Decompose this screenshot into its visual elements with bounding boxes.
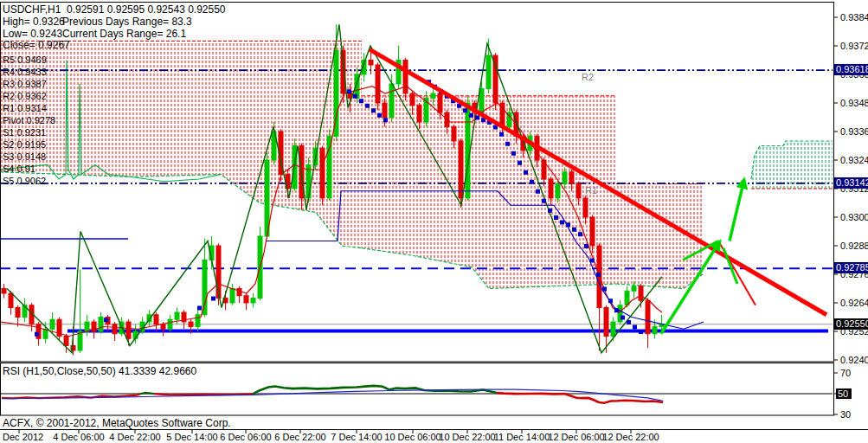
current-range-label: Current Days Range= 26.1 <box>62 29 186 40</box>
chart-title: USDCHF,H1 0.92591 0.92595 0.92543 0.9255… <box>3 4 226 16</box>
pivot-level-label: S5 0.9062 <box>3 176 46 186</box>
blue-dot-marker <box>197 306 202 311</box>
rsi-series-line <box>140 393 154 394</box>
blue-dot-marker <box>524 170 528 175</box>
blue-dot-marker <box>463 108 467 112</box>
pivot-line-label: R2 <box>582 72 594 82</box>
price-badge: 0.92785 <box>834 262 868 273</box>
rsi-tick-label: 30 <box>840 409 851 420</box>
blue-dot-marker <box>383 118 388 122</box>
pivot-line-label: R1 <box>585 185 597 196</box>
blue-dot-marker <box>590 259 595 263</box>
blue-dot-marker <box>633 325 637 330</box>
blue-dot-marker <box>377 113 382 118</box>
blue-dot-marker <box>530 180 534 184</box>
blue-dot-marker <box>35 332 39 337</box>
blue-dot-marker <box>578 232 582 236</box>
blue-dot-marker <box>505 142 510 146</box>
blue-dot-marker <box>371 108 376 112</box>
blue-dot-marker <box>542 199 546 203</box>
time-tick-label: 12 Dec 22:00 <box>596 432 665 442</box>
blue-dot-marker <box>536 189 540 194</box>
rsi-tick-label: 50 <box>836 388 852 399</box>
blue-dot-marker <box>639 330 643 334</box>
price-tick-label: 0.93360 <box>840 126 868 137</box>
blue-dot-marker <box>548 209 552 213</box>
price-tick-label: 0.93480 <box>840 98 868 108</box>
price-tick-label: 0.93000 <box>840 212 868 222</box>
pivot-level-label: R4 0.9433 <box>3 67 47 77</box>
price-tick-label: 0.93240 <box>840 155 868 165</box>
blue-dot-marker <box>620 316 625 320</box>
previous-range-label: Previous Days Range= 83.3 <box>62 16 192 28</box>
rsi-tick-label: 70 <box>840 368 851 378</box>
blue-dot-marker <box>475 116 479 120</box>
price-badge: 0.93142 <box>834 177 868 189</box>
price-tick-label: 0.92880 <box>840 241 868 251</box>
blue-dot-marker <box>566 222 570 227</box>
blue-dot-marker <box>596 273 601 277</box>
ichimoku-cloud <box>751 141 833 189</box>
price-tick-label: 0.93720 <box>840 41 868 51</box>
blue-dot-marker <box>359 99 363 103</box>
blue-dot-marker <box>469 113 473 118</box>
blue-dot-marker <box>518 161 522 165</box>
pivot-level-label: R2 0.9362 <box>3 91 47 101</box>
high-label: High= 0.9326 <box>3 16 65 28</box>
blue-dot-marker <box>572 228 576 232</box>
pivot-level-label: R5 0.9469 <box>3 55 47 65</box>
pivot-level-label: R3 0.9387 <box>3 79 47 89</box>
ohlc-values: 0.92591 0.92595 0.92543 0.92550 <box>67 3 226 16</box>
price-tick-label: 0.93840 <box>840 12 868 22</box>
blue-dot-marker <box>602 287 607 292</box>
price-tick-label: 0.92400 <box>840 355 868 365</box>
pivot-level-label: S2 0.9195 <box>3 139 46 150</box>
symbol-period-label: USDCHF,H1 <box>3 3 61 16</box>
pivot-level-label: Pivot 0.9278 <box>3 115 55 125</box>
blue-dot-marker <box>627 320 631 324</box>
blue-dot-marker <box>347 89 351 93</box>
pivot-level-label: S3 0.9148 <box>3 151 46 162</box>
blue-dot-marker <box>104 318 108 322</box>
pivot-level-label: R1 0.9314 <box>3 103 47 113</box>
price-badge: 0.93618 <box>834 64 868 75</box>
blue-dot-marker <box>584 244 588 248</box>
blue-dot-marker <box>608 299 613 303</box>
blue-dot-marker <box>560 221 564 225</box>
blue-dot-marker <box>614 308 619 312</box>
copyright-label: ACFX, © 2001-2012, MetaQuotes Software C… <box>3 418 231 429</box>
chart-window: R2R1 USDCHF,H1 0.92591 0.92595 0.92543 0… <box>0 0 868 443</box>
blue-dot-marker <box>365 104 370 108</box>
blue-dot-marker <box>554 215 558 220</box>
pivot-level-label: S1 0.9231 <box>3 127 46 138</box>
rsi-indicator-label: RSI (H1,50,Close,50,50) 41.3339 42.9660 <box>3 366 196 377</box>
blue-dot-marker <box>211 297 215 301</box>
close-label: Close= 0.9267 <box>3 40 70 51</box>
price-badge: 0.92550 <box>834 318 868 330</box>
price-tick-label: 0.92640 <box>840 298 868 308</box>
pivot-level-label: S4 0.91 <box>3 164 35 174</box>
blue-dot-marker <box>353 94 357 99</box>
blue-dot-marker <box>499 132 504 137</box>
blue-dot-marker <box>511 151 516 156</box>
